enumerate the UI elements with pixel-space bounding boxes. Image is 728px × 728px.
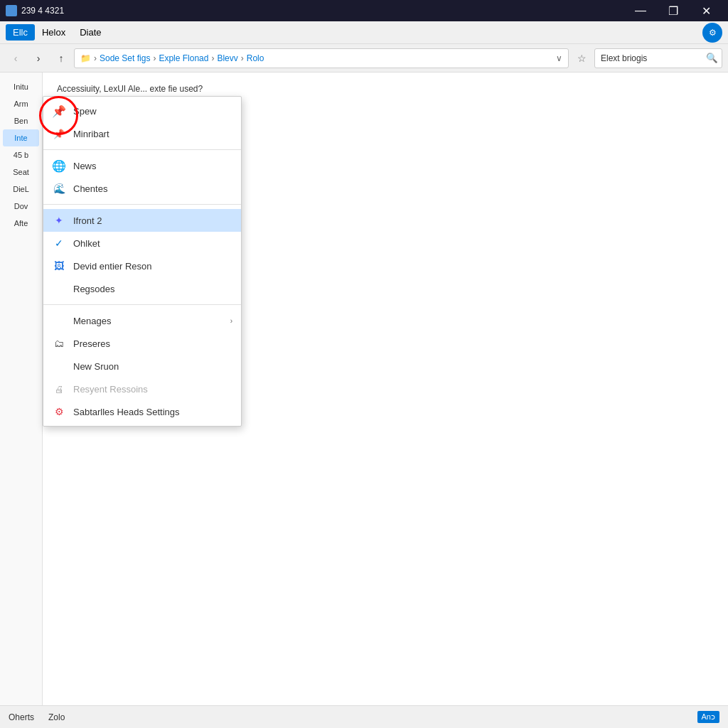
close-button[interactable]: ✕ xyxy=(690,0,722,21)
menu-divider-3 xyxy=(43,304,241,305)
sabtarlles-icon: ⚙ xyxy=(52,405,66,419)
content-header: Accessiuity, LexUI Ale... exte fie used? xyxy=(57,84,714,94)
sidebar-item-diel[interactable]: DieL xyxy=(3,181,39,198)
ctx-label-preseres: Preseres xyxy=(73,338,232,349)
title-bar: 239 4 4321 — ❐ ✕ xyxy=(0,0,728,21)
bottom-right: Anɔ xyxy=(697,711,719,723)
address-bar[interactable]: 📁 › Sode Set figs › Exple Flonad › Blevv… xyxy=(74,48,569,68)
context-menu-section-3: ✦ Ifront 2 ✓ Ohlket 🖼 Devid entier Reson… xyxy=(43,206,241,303)
favorite-button[interactable]: ☆ xyxy=(572,48,592,68)
regsodes-icon xyxy=(52,282,66,296)
submenu-arrow-icon: › xyxy=(230,317,232,325)
ctx-label-chentes: Chentes xyxy=(73,183,232,194)
ctx-item-sabtarlles[interactable]: ⚙ Sabtarlles Heads Settings xyxy=(43,400,241,423)
ctx-label-resyent: Resyent Ressoins xyxy=(73,384,232,395)
ctx-item-font2[interactable]: ✦ Ifront 2 xyxy=(43,209,241,232)
menu-item-helox[interactable]: Helox xyxy=(35,24,73,41)
ctx-item-regsodes[interactable]: Regsodes xyxy=(43,277,241,300)
search-label: Elext briogis xyxy=(595,53,702,63)
menu-divider-1 xyxy=(43,149,241,150)
ctx-label-ohlket: Ohlket xyxy=(73,238,232,249)
chentes-icon: 🌊 xyxy=(52,181,66,196)
bottom-item-2: Zolo xyxy=(48,712,65,722)
path-icon: 📁 xyxy=(80,53,91,63)
ctx-label-devid: Devid entier Reson xyxy=(73,261,232,272)
breadcrumb-2[interactable]: Exple Flonad xyxy=(159,53,208,63)
minimize-button[interactable]: — xyxy=(624,0,657,21)
context-menu-section-2: 🌐 News 🌊 Chentes xyxy=(43,151,241,203)
breadcrumb-3[interactable]: Blevv xyxy=(217,53,237,63)
sidebar-item-initu[interactable]: Initu xyxy=(3,78,39,95)
language-label: Anɔ xyxy=(697,711,719,723)
breadcrumb-4[interactable]: Rolo xyxy=(247,53,264,63)
search-button[interactable]: 🔍 xyxy=(702,48,722,68)
ctx-item-news[interactable]: 🌐 News xyxy=(43,154,241,177)
forward-button[interactable]: › xyxy=(28,48,48,68)
app-icon xyxy=(6,5,17,16)
ctx-label-spew: Spew xyxy=(73,106,232,117)
ctx-item-minribart[interactable]: 📌 Minribart xyxy=(43,122,241,145)
title-bar-left: 239 4 4321 xyxy=(6,5,64,16)
maximize-button[interactable]: ❐ xyxy=(657,0,690,21)
ctx-item-chentes[interactable]: 🌊 Chentes xyxy=(43,177,241,200)
ctx-label-minribart: Minribart xyxy=(73,129,232,139)
sidebar-item-afte[interactable]: Afte xyxy=(3,215,39,232)
window-controls: — ❐ ✕ xyxy=(624,0,722,21)
newsruon-icon xyxy=(52,359,66,373)
ctx-label-regsodes: Regsodes xyxy=(73,284,232,294)
context-menu-section-1: 📌 Spew 📌 Minribart xyxy=(43,97,241,148)
devid-icon: 🖼 xyxy=(52,259,66,273)
address-dropdown-icon[interactable]: ∨ xyxy=(556,53,562,63)
preseres-icon: 🗂 xyxy=(52,336,66,350)
menu-item-ellc[interactable]: Ellc xyxy=(6,24,35,41)
news-icon: 🌐 xyxy=(52,159,66,173)
sidebar-item-arm[interactable]: Arm xyxy=(3,95,39,112)
ctx-item-newsruon[interactable]: New Sruon xyxy=(43,355,241,378)
menu-item-diate[interactable]: Diate xyxy=(73,24,108,41)
ctx-item-menages[interactable]: Menages › xyxy=(43,309,241,332)
back-button[interactable]: ‹ xyxy=(6,48,26,68)
window-title: 239 4 4321 xyxy=(21,6,64,16)
sidebar-item-dov[interactable]: Dov xyxy=(3,198,39,215)
menu-bar-right: ⚙ xyxy=(702,23,722,43)
ctx-label-font2: Ifront 2 xyxy=(73,215,232,226)
ohlket-icon: ✓ xyxy=(52,236,66,250)
menu-divider-2 xyxy=(43,204,241,205)
ctx-label-menages: Menages xyxy=(73,316,223,326)
ctx-label-news: News xyxy=(73,161,232,171)
settings-button[interactable]: ⚙ xyxy=(702,23,722,43)
ctx-item-spew[interactable]: 📌 Spew xyxy=(43,100,241,122)
menu-bar: Ellc Helox Diate ⚙ xyxy=(0,21,728,44)
ctx-item-resyent: 🖨 Resyent Ressoins xyxy=(43,378,241,400)
context-menu: 📌 Spew 📌 Minribart 🌐 News 🌊 Chentes ✦ If… xyxy=(43,96,242,427)
sidebar-item-inte[interactable]: Inte xyxy=(3,129,39,146)
spew-icon: 📌 xyxy=(52,104,66,118)
search-bar[interactable]: Elext briogis 🔍 xyxy=(594,48,722,68)
bottom-bar: Oherts Zolo Anɔ xyxy=(0,705,728,728)
ctx-label-newsruon: New Sruon xyxy=(73,361,232,372)
resyent-icon: 🖨 xyxy=(52,382,66,396)
sidebar-item-45b[interactable]: 45 b xyxy=(3,146,39,164)
breadcrumb-1[interactable]: Sode Set figs xyxy=(100,53,150,63)
bottom-item-1: Oherts xyxy=(9,712,34,722)
sidebar-item-seat[interactable]: Seat xyxy=(3,164,39,181)
sidebar-item-ben[interactable]: Ben xyxy=(3,112,39,129)
nav-bar: ‹ › ↑ 📁 › Sode Set figs › Exple Flonad ›… xyxy=(0,44,728,73)
ctx-item-ohlket[interactable]: ✓ Ohlket xyxy=(43,232,241,255)
ctx-item-preseres[interactable]: 🗂 Preseres xyxy=(43,332,241,355)
sidebar: Initu Arm Ben Inte 45 b Seat DieL Dov Af… xyxy=(0,73,43,705)
up-button[interactable]: ↑ xyxy=(51,48,71,68)
minribart-icon: 📌 xyxy=(52,127,66,141)
ctx-item-devid[interactable]: 🖼 Devid entier Reson xyxy=(43,255,241,277)
menages-icon xyxy=(52,314,66,328)
ctx-label-sabtarlles: Sabtarlles Heads Settings xyxy=(73,407,232,417)
font2-icon: ✦ xyxy=(52,213,66,228)
context-menu-section-4: Menages › 🗂 Preseres New Sruon 🖨 Resyent… xyxy=(43,306,241,426)
